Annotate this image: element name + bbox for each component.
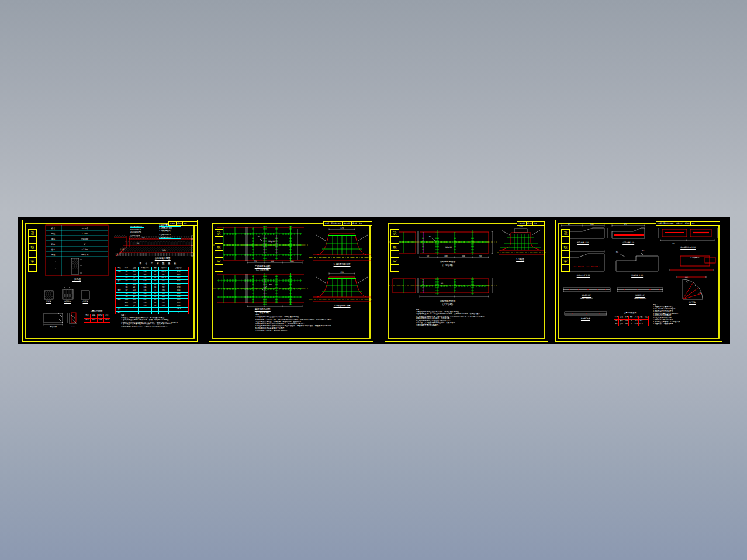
svg-text:300: 300 (462, 255, 465, 257)
stamp-cell: 核 (29, 244, 36, 251)
title-bar-segment: 盖梁钢筋 (343, 222, 352, 225)
plan1-caption: 盖梁钢筋构造图 (半立面布置) (255, 265, 271, 272)
svg-text:400: 400 (290, 260, 294, 262)
d4-caption: 锚栓孔大样 1:10 (577, 275, 590, 278)
material-table: 编号 直径 长度 根数 共长 共重 备注 N1φ12 1264 5.04.5 (614, 316, 649, 326)
stamp-cell: 核 (391, 244, 399, 251)
svg-text:400: 400 (271, 260, 274, 262)
cap-cross-section: 140 (497, 226, 546, 255)
svg-text:N2: N2 (642, 250, 644, 252)
stamp-cell (215, 237, 223, 244)
svg-text:50: 50 (479, 255, 482, 257)
title-bar-segment: 钢筋大样 (675, 222, 684, 225)
legend-line: 2.分层填筑压实 (159, 230, 181, 233)
section1-caption: 1-1断面钢筋布置 (334, 263, 351, 267)
backfill-legend: 台后填土要求：1.采用透水性材料2.分层填筑压实3.压实度≥95%4.每层厚≤2… (159, 224, 181, 240)
sheet2-notes: 说明：1.本图尺寸除钢筋直径以毫米计外，余均以厘米为单位。2.盖梁混凝土为C30… (255, 314, 366, 332)
cap-section-caption: 1-1断面 (516, 258, 524, 262)
svg-text:N1: N1 (429, 236, 431, 238)
stamp-cell: 核 (215, 244, 223, 251)
stamp-cell: 设 (215, 230, 223, 237)
svg-text:50: 50 (427, 255, 429, 257)
title-bar-segment: 桥-04 (684, 222, 691, 225)
square2-caption: 浆砌片石 (64, 301, 71, 304)
pavement-legend: 4cm沥青砼面层20cm水稳碎石20cm级配碎石台背回填砂砾 (130, 226, 144, 238)
legend-line: 20cm水稳碎石 (130, 229, 144, 231)
svg-text:台高: 台高 (51, 248, 55, 251)
sheet2-title-bar: ××桥上部构造通用图盖梁钢筋桥-022/4 (323, 221, 372, 226)
stamp-cell (29, 265, 36, 271)
stamp-cell (29, 237, 36, 244)
title-bar-segment: ××桥上部构造通用图 (324, 222, 343, 225)
stamp-cell (391, 265, 399, 271)
d3-caption: 垫石钢筋布置 1:10 (680, 247, 696, 250)
sheet3-title-bar: 台帽钢筋桥-033/4 (517, 221, 545, 226)
table-row: 总计 — (116, 312, 188, 314)
title-bar-segment: 2/4 (358, 222, 363, 225)
pier-cap-section-2: 150 (309, 271, 374, 302)
svg-text:明挖扩大: 明挖扩大 (81, 254, 89, 256)
capbeam-halfplan: N3 (213, 273, 308, 307)
mini-quantity-table: 部位 砌体 C25砼 合计 数量 38.6 12.4 51.0 (84, 314, 110, 323)
svg-text:N3: N3 (441, 282, 443, 285)
svg-text:荷载: 荷载 (51, 238, 55, 240)
svg-text:公路-Ⅱ级: 公路-Ⅱ级 (81, 238, 89, 240)
stamp-cell (391, 237, 399, 244)
d10-caption: N4钢筋大样 (581, 318, 590, 321)
svg-text:15: 15 (672, 243, 675, 245)
note-line: 5.本图适用于跨径8~13米、台高不大于7米的重力式桥台。 (121, 326, 186, 328)
abutment-cap-elevation-2: N3 (388, 277, 497, 298)
stamp-cell (562, 265, 569, 271)
stamp-cell: 设 (562, 230, 569, 237)
bearing-pad-rebar-detail: 15 (659, 226, 717, 245)
stamp-cell (29, 251, 36, 258)
abutment-cap-elevation-1: 50 300 300 50 N1 N2@10 (388, 230, 497, 258)
block-detail: N1 N2 (616, 250, 658, 271)
section2-caption: 2-2断面钢筋布置 (334, 305, 351, 308)
svg-text:桥名: 桥名 (51, 227, 55, 230)
middle-detail: 25 (612, 223, 645, 239)
embankment-section-drawing: 4% 1:1.5 50 350 (114, 235, 195, 256)
square1-caption: C25砼 (46, 301, 51, 304)
svg-text:斜度: 斜度 (51, 243, 56, 246)
svg-text:25: 25 (568, 223, 570, 226)
stamp-cell (215, 265, 223, 271)
svg-text:N1: N1 (616, 251, 618, 253)
d1-caption: 端部大样 1:10 (577, 242, 589, 245)
svg-text:300: 300 (444, 255, 448, 257)
note-line: 7.本图适用于重力式U型桥台。 (416, 324, 541, 327)
legend-line: 20cm级配碎石 (130, 231, 144, 234)
stamp-cell (215, 251, 223, 258)
svg-text:N3: N3 (269, 284, 272, 286)
handrail-elbow-detail: 90° (683, 276, 703, 299)
title-bar-segment: 桥-02 (352, 222, 359, 225)
cad-canvas[interactable]: 桥名 ×××桥 跨径 1-13m 荷载 公路-Ⅱ级 斜度 0° 台高 ≤7.0m… (18, 217, 730, 344)
d2-caption: 中部大样 1:10 (622, 242, 634, 245)
title-bar-segment: 3/4 (533, 222, 538, 225)
pier-cap-section-1: 170 (309, 227, 374, 261)
embankment-caption: 台后回填示意图 (155, 257, 171, 261)
rebar-n3-bar (617, 288, 663, 292)
svg-text:×××桥: ×××桥 (81, 227, 88, 230)
beam-caption: 耳墙大样 (50, 326, 57, 329)
svg-text:N2@10: N2@10 (445, 246, 452, 248)
capbeam-elevation-plan: 75 400 400 N1 N2@10 (213, 226, 308, 264)
legend-line: 1.采用透水性材料 (159, 227, 181, 230)
title-bar-segment: 1/4 (183, 222, 188, 225)
stamp-cell (391, 251, 399, 258)
table-row: N2φ10 3626 21.713.4 (614, 323, 648, 326)
legend-line: 台背回填砂砾 (130, 235, 144, 237)
svg-text:跨径: 跨径 (51, 233, 56, 235)
svg-text:50: 50 (137, 242, 139, 244)
stamp-cell: 审 (391, 258, 399, 265)
drawing-sheet-1: 桥名 ×××桥 跨径 1-13m 荷载 公路-Ⅱ级 斜度 0° 台高 ≤7.0m… (22, 220, 198, 342)
sheet1-approval-stamps: 设核审 (28, 229, 37, 272)
title-bar-segment: ××桥上部构造通用图 (656, 222, 675, 225)
beam1-caption: 台帽钢筋构造图 (一字台帽) (440, 261, 456, 267)
tableA-caption: 一般构造 (72, 278, 81, 282)
title-bar-segment: 桥-03 (527, 222, 534, 225)
mini-table-title: 主要工程数量表 (91, 310, 103, 313)
sheet3-approval-stamps: 设核审 (390, 229, 399, 272)
table-header-row: 部位 砌体 C25砼 合计 (84, 314, 110, 319)
stamp-cell: 审 (562, 258, 569, 265)
